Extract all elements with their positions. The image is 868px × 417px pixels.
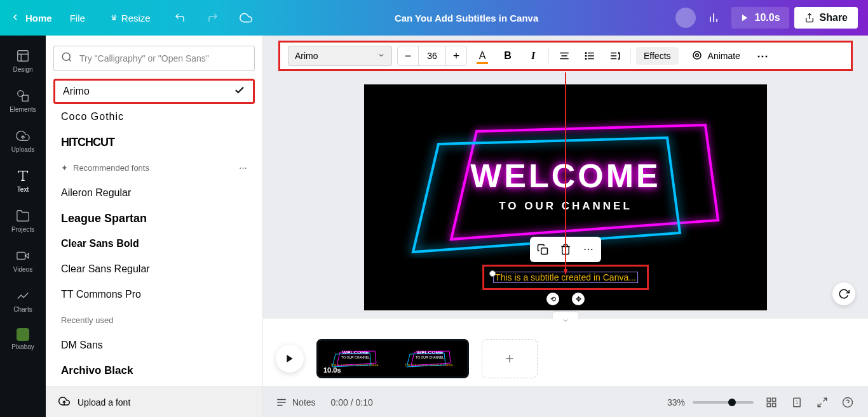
nav-uploads-label: Uploads xyxy=(11,146,35,153)
font-size-input[interactable] xyxy=(418,46,446,65)
upload-font-button[interactable]: Upload a font xyxy=(46,387,262,417)
svg-point-14 xyxy=(62,53,70,60)
nav-elements[interactable]: Elements xyxy=(0,81,46,121)
nav-pixabay-label: Pixabay xyxy=(11,343,34,350)
add-page-button[interactable]: + xyxy=(482,339,538,378)
cloud-sync-icon[interactable] xyxy=(234,6,257,29)
nav-videos[interactable]: Videos xyxy=(0,241,46,281)
font-list[interactable]: Arimo Coco Gothic HitchCut ✦Recommended … xyxy=(53,79,255,387)
zoom-thumb[interactable] xyxy=(728,399,736,406)
nav-design-label: Design xyxy=(13,66,32,73)
font-item-clear-sans-bold[interactable]: Clear Sans Bold xyxy=(53,231,255,256)
font-name: Clear Sans Bold xyxy=(61,238,139,249)
redo-button[interactable] xyxy=(201,6,224,29)
font-panel: Arimo Coco Gothic HitchCut ✦Recommended … xyxy=(46,36,263,417)
zoom-slider[interactable] xyxy=(693,401,754,404)
font-item-dm-sans[interactable]: DM Sans xyxy=(53,333,255,358)
video-icon xyxy=(15,248,31,263)
font-name: Aileron Regular xyxy=(61,187,131,199)
font-name: League Spartan xyxy=(61,212,147,225)
zoom-value: 33% xyxy=(667,397,685,407)
sparkle-icon: ✦ xyxy=(61,163,68,173)
font-name: Coco Gothic xyxy=(61,111,124,122)
undo-button[interactable] xyxy=(168,6,191,29)
animate-button[interactable]: Animate xyxy=(684,46,748,67)
more-button[interactable]: ⋯ xyxy=(753,46,773,66)
nav-design[interactable]: Design xyxy=(0,41,46,81)
font-item-hitchcut[interactable]: HitchCut xyxy=(53,129,255,155)
timeline-clip[interactable]: WELCOME TO OUR CHANNEL This is a subtitl… xyxy=(316,339,469,378)
font-item-aileron[interactable]: Aileron Regular xyxy=(53,180,255,206)
top-left-group: Home File ♛ Resize xyxy=(10,6,257,29)
duplicate-button[interactable] xyxy=(535,242,550,257)
svg-line-51 xyxy=(824,398,827,401)
svg-point-23 xyxy=(585,53,587,54)
regenerate-button[interactable] xyxy=(832,282,855,305)
resize-button[interactable]: ♛ Resize xyxy=(103,8,158,29)
svg-rect-46 xyxy=(773,398,776,401)
nav-text[interactable]: Text xyxy=(0,161,46,201)
font-search-input[interactable] xyxy=(53,46,255,71)
crown-icon: ♛ xyxy=(111,13,118,22)
grid-view-button[interactable] xyxy=(764,395,779,410)
alignment-button[interactable] xyxy=(554,46,574,66)
bold-button[interactable]: B xyxy=(498,46,518,66)
font-item-clear-sans-regular[interactable]: Clear Sans Regular xyxy=(53,256,255,282)
font-item-league-spartan[interactable]: League Spartan xyxy=(53,206,255,231)
file-menu[interactable]: File xyxy=(62,8,93,29)
home-button[interactable]: Home xyxy=(10,12,52,24)
nav-charts[interactable]: Charts xyxy=(0,281,46,321)
svg-rect-5 xyxy=(18,51,29,62)
annotation-arrow xyxy=(564,72,567,275)
page-view-button[interactable]: 1 xyxy=(789,395,804,410)
nav-elements-label: Elements xyxy=(10,106,36,113)
list-button[interactable] xyxy=(580,46,600,66)
nav-text-label: Text xyxy=(17,186,29,193)
user-avatar[interactable] xyxy=(675,8,696,28)
page-transition-handles: ⟲ ✥ xyxy=(546,293,585,305)
analytics-button[interactable] xyxy=(701,5,726,30)
timeline-expand-button[interactable] xyxy=(263,319,868,330)
divider xyxy=(548,48,549,63)
font-search-wrap xyxy=(53,46,255,71)
cloud-upload-icon xyxy=(15,128,31,143)
increase-size-button[interactable]: + xyxy=(446,46,466,65)
font-name: TT Commons Pro xyxy=(61,289,141,300)
play-button[interactable] xyxy=(276,345,304,373)
svg-rect-36 xyxy=(541,248,548,254)
font-item-archivo-black[interactable]: Archivo Black xyxy=(53,358,255,383)
template-icon xyxy=(15,48,31,63)
text-icon xyxy=(15,168,31,183)
rotate-handle[interactable] xyxy=(489,270,496,277)
move-button[interactable]: ✥ xyxy=(572,293,585,305)
font-item-coco-gothic[interactable]: Coco Gothic xyxy=(53,104,255,129)
font-item-arimo[interactable]: Arimo xyxy=(53,79,255,104)
help-button[interactable] xyxy=(840,395,855,410)
chevron-left-icon xyxy=(10,12,20,24)
nav-projects-label: Projects xyxy=(11,226,34,233)
nav-pixabay[interactable]: Pixabay xyxy=(0,321,46,358)
text-color-button[interactable]: A xyxy=(472,46,492,66)
more-options-button[interactable]: ⋯ xyxy=(581,242,596,257)
effects-button[interactable]: Effects xyxy=(636,47,679,65)
present-button[interactable]: 10.0s xyxy=(731,7,789,29)
decrease-size-button[interactable]: − xyxy=(398,46,418,65)
font-name: Clear Sans Regular xyxy=(61,263,150,275)
svg-point-25 xyxy=(585,58,587,60)
swap-button[interactable]: ⟲ xyxy=(546,293,559,305)
italic-button[interactable]: I xyxy=(523,46,543,66)
document-title[interactable]: Can You Add Subtitles in Canva xyxy=(257,13,676,23)
spacing-button[interactable] xyxy=(605,46,625,66)
font-item-tt-commons[interactable]: TT Commons Pro xyxy=(53,282,255,307)
nav-projects[interactable]: Projects xyxy=(0,201,46,241)
nav-uploads[interactable]: Uploads xyxy=(0,121,46,161)
more-icon[interactable]: ⋯ xyxy=(239,163,247,173)
notes-button[interactable]: Notes xyxy=(276,397,316,408)
font-family-dropdown[interactable]: Arimo xyxy=(288,46,392,66)
zoom-controls: 33% xyxy=(667,397,754,407)
fullscreen-button[interactable] xyxy=(815,395,830,410)
shapes-icon xyxy=(15,88,31,103)
svg-rect-47 xyxy=(767,403,770,406)
recent-label: Recently used xyxy=(61,315,113,325)
share-button[interactable]: Share xyxy=(794,7,858,29)
